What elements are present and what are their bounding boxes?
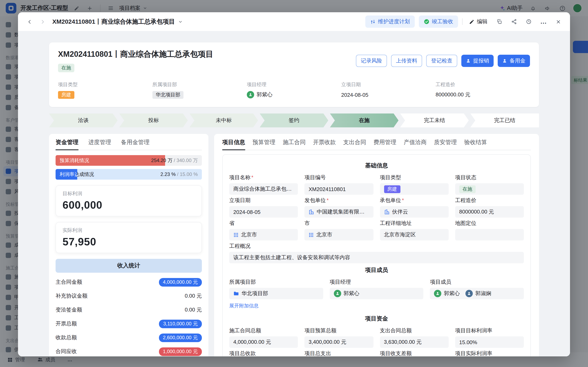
tab[interactable]: 项目信息 bbox=[222, 135, 245, 150]
field-value-box[interactable]: 伙伴云 bbox=[380, 206, 449, 217]
amount-label: 主合同金额 bbox=[56, 278, 82, 286]
field-value-box[interactable]: 2024-08-05 bbox=[229, 206, 298, 217]
manager-value-box[interactable]: 郭紫心 bbox=[330, 288, 423, 299]
title-chevron-down-icon[interactable] bbox=[178, 19, 183, 24]
maintain-schedule-button[interactable]: 维护进度计划 bbox=[365, 16, 415, 28]
tab[interactable]: 施工合同 bbox=[283, 135, 306, 150]
avatar bbox=[334, 290, 341, 297]
tab[interactable]: 备用金管理 bbox=[121, 135, 150, 150]
budget-progress-value: 254.20 万 / 340.00 万 bbox=[151, 155, 198, 166]
summary-action-button[interactable]: 备用金 bbox=[498, 55, 530, 67]
copy-icon[interactable] bbox=[494, 16, 505, 27]
field-label: 支出合同总额 bbox=[380, 327, 449, 334]
field-value-box[interactable]: 中国建筑集团有限公司 bbox=[305, 206, 374, 217]
field-value-box[interactable]: 3,630,000.00 元 bbox=[380, 336, 449, 348]
field-value: 房建 bbox=[384, 185, 400, 193]
field-value-box[interactable]: 4,000,000.00 元 bbox=[229, 336, 298, 348]
form-field: 发包单位* 中国建筑集团有限公司 bbox=[305, 197, 374, 217]
field-value-box[interactable]: 北京市 bbox=[305, 229, 374, 241]
summary-action-button[interactable]: 提报销 bbox=[461, 55, 494, 67]
tab[interactable]: 支出合同 bbox=[343, 135, 366, 150]
summary-actions: 记录风险 上传资料 登记检查 bbox=[356, 55, 530, 67]
field-label: 项目编号* bbox=[305, 174, 374, 181]
stage-step[interactable]: 未中标 bbox=[189, 114, 258, 127]
amount-value: 2,600,000.00 元 bbox=[159, 333, 202, 342]
tab[interactable]: 开票收款 bbox=[313, 135, 336, 150]
tab[interactable]: 进度管理 bbox=[88, 135, 111, 150]
back-icon[interactable] bbox=[25, 17, 34, 26]
field-label: 项目状态* bbox=[455, 174, 524, 181]
stage-step[interactable]: 签约 bbox=[260, 114, 328, 127]
summary-action-button[interactable]: 记录风险 bbox=[356, 55, 387, 67]
summary-action-button[interactable]: 登记检查 bbox=[426, 55, 457, 67]
members-grid: 所属项目部 华北项目部 展开附加信息 项目经理 bbox=[229, 279, 524, 309]
dept-value-box[interactable]: 华北项目部 bbox=[229, 288, 323, 299]
field-value: XM2024110801 bbox=[309, 186, 346, 192]
stage-step[interactable]: 在施 bbox=[330, 114, 399, 127]
field-value: 中国建筑集团有限公司 bbox=[317, 208, 369, 216]
amount-value: 0.00 元 bbox=[185, 306, 202, 314]
field-value-box[interactable]: 房建 bbox=[380, 183, 449, 195]
field-value-box[interactable]: 在施 bbox=[455, 183, 524, 195]
stage-step[interactable]: 洽谈 bbox=[49, 114, 118, 127]
field-label: 工程概况* bbox=[229, 243, 524, 250]
field-value-box[interactable]: 3,400,000.00 元 bbox=[305, 336, 374, 348]
field-value-box[interactable]: 15.00% bbox=[455, 336, 524, 348]
form-field: 省* 北京市 bbox=[229, 220, 298, 241]
field-label: 工程造价* bbox=[455, 197, 524, 204]
amount-value: 3,110,000.00 元 bbox=[159, 319, 202, 328]
stage-step[interactable]: 投标 bbox=[119, 114, 188, 127]
field-value-box[interactable]: 8000000.00 元 bbox=[455, 206, 524, 217]
field-value-box[interactable]: 北京市 bbox=[229, 229, 298, 241]
amount-label: 补充协议金额 bbox=[56, 292, 87, 300]
section-title-members: 项目成员 bbox=[229, 267, 524, 274]
summary-field-value: 8000000.00 元 bbox=[435, 91, 530, 99]
field-label: 项目目标利润率 bbox=[455, 327, 524, 334]
summary-field-value: 2024-08-05 bbox=[341, 91, 435, 99]
sort-icon bbox=[370, 19, 375, 24]
field-value: 在施 bbox=[459, 185, 476, 193]
pencil-icon bbox=[469, 19, 474, 24]
tab[interactable]: 产值洽商 bbox=[404, 135, 426, 150]
amount-row: 开票总额 3,110,000.00 元 bbox=[56, 317, 202, 331]
edit-button[interactable]: 编辑 bbox=[467, 16, 490, 27]
tab[interactable]: 预算管理 bbox=[253, 135, 275, 150]
field-value: 2024-08-05 bbox=[233, 209, 261, 215]
tab[interactable]: 费用管理 bbox=[374, 135, 396, 150]
amount-label: 收款总额 bbox=[56, 334, 77, 341]
expand-extra-info-link[interactable]: 展开附加信息 bbox=[229, 302, 259, 309]
more-icon[interactable]: … bbox=[538, 16, 549, 27]
tab[interactable]: 验收结算 bbox=[464, 135, 487, 150]
field-value-box[interactable]: 北京市海淀区 bbox=[380, 229, 449, 241]
field-value-box[interactable]: XM2024110801 bbox=[305, 183, 374, 195]
field-label: 工程详细地址* bbox=[380, 220, 449, 226]
stage-step[interactable]: 完工未结 bbox=[400, 114, 469, 127]
members-value-box[interactable]: 郭紫心 郭淑娴 bbox=[430, 288, 524, 299]
dept-field: 所属项目部 华北项目部 展开附加信息 bbox=[229, 279, 323, 309]
tab[interactable]: 资金管理 bbox=[56, 135, 78, 150]
required-star: * bbox=[402, 197, 404, 203]
stage-stepper: 洽谈 投标 未中标 签约 在施 完工未结 完工已结 bbox=[49, 114, 539, 127]
history-icon[interactable] bbox=[523, 16, 534, 27]
project-info-panel: 项目信息预算管理施工合同开票收款支出合同费用管理产值洽商质安管理验收结算 基础信… bbox=[214, 134, 539, 356]
fund-field: 项目目标利润率 15.00% bbox=[455, 327, 524, 348]
amount-value: 0.00 元 bbox=[185, 292, 202, 300]
form-field: 项目编号* XM2024110801 bbox=[305, 174, 374, 195]
stage-step[interactable]: 完工已结 bbox=[470, 114, 539, 127]
share-icon[interactable] bbox=[509, 16, 519, 27]
person-icon bbox=[466, 58, 471, 63]
completion-acceptance-button[interactable]: 竣工验收 bbox=[419, 16, 458, 28]
field-value-box[interactable]: 该工程主要包括土建工程、设备安装和调试等内容 bbox=[229, 252, 524, 263]
close-icon[interactable] bbox=[553, 16, 563, 27]
field-label: 项目总收款 bbox=[229, 350, 298, 356]
forward-icon[interactable] bbox=[38, 17, 47, 26]
summary-action-button[interactable]: 上传资料 bbox=[391, 55, 422, 67]
income-stats-button[interactable]: 收入统计 bbox=[56, 259, 202, 273]
building-icon bbox=[384, 209, 390, 215]
tab[interactable]: 质安管理 bbox=[434, 135, 457, 150]
summary-action-label: 上传资料 bbox=[396, 57, 417, 65]
field-value-box[interactable] bbox=[455, 229, 524, 241]
required-star: * bbox=[251, 174, 253, 180]
status-badge: 在施 bbox=[58, 64, 74, 72]
field-value-box[interactable]: 商业综合体施工总承包项目 bbox=[229, 183, 298, 195]
